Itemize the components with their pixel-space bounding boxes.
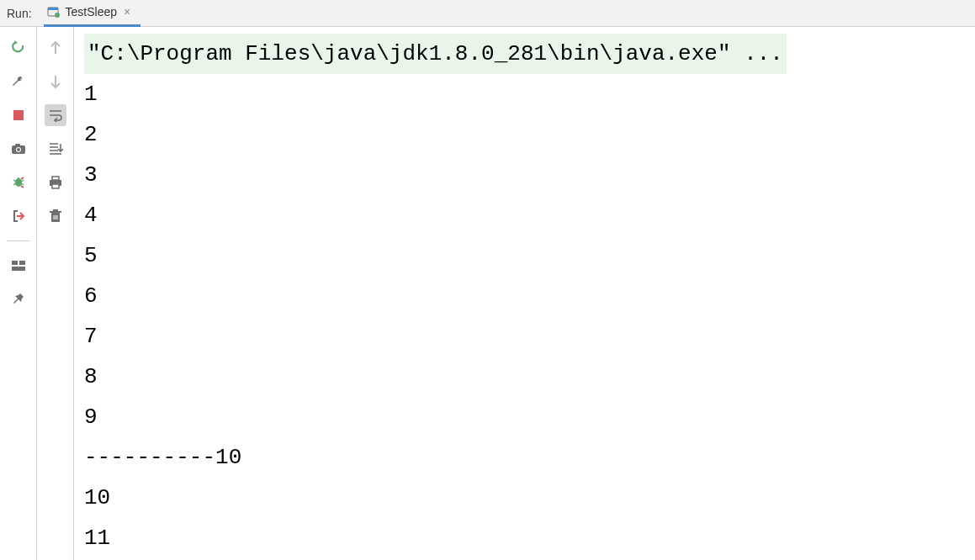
svg-rect-13 xyxy=(52,177,59,180)
stop-button[interactable] xyxy=(8,104,29,126)
console-line: 9 xyxy=(84,397,965,437)
svg-rect-11 xyxy=(12,267,25,271)
layout-icon[interactable] xyxy=(8,255,29,277)
tab-title: TestSleep xyxy=(66,5,117,18)
svg-point-7 xyxy=(17,148,20,151)
camera-icon[interactable] xyxy=(8,138,29,160)
svg-rect-10 xyxy=(19,261,25,265)
svg-rect-17 xyxy=(53,209,58,211)
console-line: 7 xyxy=(84,316,965,357)
run-toolbar-left xyxy=(0,27,37,560)
run-panel-body: "C:\Program Files\java\jdk1.8.0_281\bin\… xyxy=(0,27,975,560)
console-line: 11 xyxy=(84,518,965,558)
console-line: 3 xyxy=(84,155,965,195)
pin-icon[interactable] xyxy=(8,288,29,310)
svg-point-8 xyxy=(15,178,22,187)
run-toolbar-right xyxy=(37,27,74,560)
trash-icon[interactable] xyxy=(45,205,66,227)
wrench-icon[interactable] xyxy=(8,71,29,92)
console-line: 8 xyxy=(84,357,965,397)
toolbar-separator xyxy=(7,240,30,241)
console-command-line: "C:\Program Files\java\jdk1.8.0_281\bin\… xyxy=(84,34,965,74)
svg-rect-16 xyxy=(50,211,61,213)
exit-icon[interactable] xyxy=(8,205,29,227)
svg-rect-14 xyxy=(52,184,59,188)
bug-icon[interactable] xyxy=(8,172,29,193)
application-icon xyxy=(47,5,61,18)
svg-point-2 xyxy=(55,13,60,18)
console-line: 10 xyxy=(84,478,965,518)
console-line: ----------10 xyxy=(84,437,965,478)
run-config-tab[interactable]: TestSleep × xyxy=(44,0,141,27)
console-line: 4 xyxy=(84,195,965,235)
run-label: Run: xyxy=(7,7,32,20)
svg-rect-1 xyxy=(48,8,58,10)
up-arrow-icon xyxy=(45,37,66,59)
console-output[interactable]: "C:\Program Files\java\jdk1.8.0_281\bin\… xyxy=(74,27,975,560)
close-icon[interactable]: × xyxy=(122,5,132,18)
console-line: 2 xyxy=(84,114,965,155)
print-icon[interactable] xyxy=(45,172,66,193)
rerun-button[interactable] xyxy=(8,37,29,59)
svg-rect-9 xyxy=(12,261,18,265)
console-line: 1 xyxy=(84,74,965,114)
run-panel-header: Run: TestSleep × xyxy=(0,0,975,27)
down-arrow-icon xyxy=(45,71,66,92)
svg-rect-3 xyxy=(13,110,24,120)
console-line: 6 xyxy=(84,276,965,316)
console-line: 5 xyxy=(84,235,965,276)
soft-wrap-icon[interactable] xyxy=(45,104,66,126)
scroll-to-end-icon[interactable] xyxy=(45,138,66,160)
svg-rect-5 xyxy=(15,144,20,146)
